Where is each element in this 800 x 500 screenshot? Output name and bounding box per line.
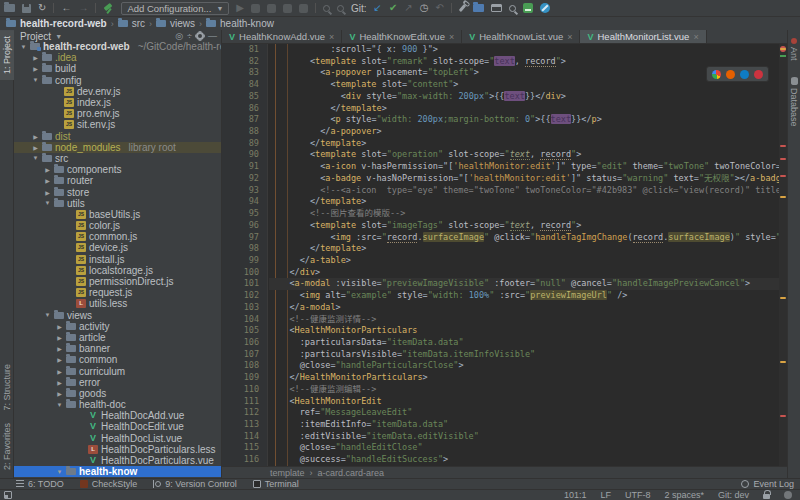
run-icon[interactable]: ▶: [236, 3, 244, 13]
locate-icon[interactable]: ◎: [175, 32, 183, 41]
firefox-icon[interactable]: [726, 70, 735, 79]
tree-item-pro-env-js[interactable]: JSpro.env.js: [14, 108, 221, 119]
tree-item-views[interactable]: ▼views: [14, 310, 221, 321]
tool-version-control[interactable]: 9: Version Control: [153, 479, 237, 489]
synchronize-icon[interactable]: ↻: [38, 3, 46, 13]
git-push-icon[interactable]: ↗: [404, 3, 412, 13]
tree-item-localstorage-js[interactable]: JSlocalstorage.js: [14, 265, 221, 276]
tree-item-device-js[interactable]: JSdevice.js: [14, 242, 221, 253]
tree-item-request-js[interactable]: JSrequest.js: [14, 287, 221, 298]
tree-item-error[interactable]: ▶error: [14, 377, 221, 388]
editor-tab-HealthMonitorList.vue[interactable]: VHealthMonitorList.vue×: [580, 30, 706, 43]
indent-style[interactable]: 2 spaces*: [664, 490, 704, 500]
tree-item-utils[interactable]: ▼utils: [14, 198, 221, 209]
lock-icon[interactable]: [763, 494, 770, 499]
save-all-icon[interactable]: [22, 4, 31, 13]
tree-item-banner[interactable]: ▶banner: [14, 343, 221, 354]
hide-panel-icon[interactable]: —: [208, 32, 217, 41]
run-configuration-select[interactable]: Add Configuration... ▼: [121, 2, 229, 15]
tree-item-build[interactable]: ▶build: [14, 63, 221, 74]
tree-item-HealthDocParticulars-less[interactable]: LHealthDocParticulars.less: [14, 444, 221, 455]
caret-position[interactable]: 101:1: [564, 490, 587, 500]
editor-breadcrumbs[interactable]: template›a-card.card-area: [222, 466, 787, 478]
back-icon[interactable]: ←: [61, 3, 71, 13]
tree-item-HealthDocAdd-vue[interactable]: VHealthDocAdd.vue: [14, 410, 221, 421]
debug-icon[interactable]: [251, 4, 260, 13]
tool-ant[interactable]: Ant: [788, 30, 800, 69]
tree-item--idea[interactable]: ▶.idea: [14, 52, 221, 63]
close-icon[interactable]: ×: [329, 32, 334, 42]
tree-item-components[interactable]: ▶components: [14, 164, 221, 175]
line-separator[interactable]: LF: [600, 490, 611, 500]
close-icon[interactable]: ×: [693, 32, 698, 42]
tool-database[interactable]: Database: [788, 69, 800, 135]
tree-item-curriculum[interactable]: ▶curriculum: [14, 365, 221, 376]
edge-icon[interactable]: [740, 70, 749, 79]
tree-item-router[interactable]: ▶router: [14, 175, 221, 186]
tree-item-HealthDocList-vue[interactable]: VHealthDocList.vue: [14, 433, 221, 444]
tree-item-store[interactable]: ▶store: [14, 186, 221, 197]
project-structure-icon[interactable]: [473, 4, 484, 12]
tree-item-activity[interactable]: ▶activity: [14, 321, 221, 332]
chrome-icon[interactable]: [712, 70, 721, 79]
error-stripe[interactable]: [779, 44, 787, 466]
restore-layout-icon[interactable]: [491, 4, 502, 12]
breadcrumb-item[interactable]: src: [118, 18, 145, 29]
tool-event-log[interactable]: Event Log: [741, 479, 794, 489]
search-everywhere-icon[interactable]: [509, 5, 516, 12]
breadcrumb-item[interactable]: health-record-web: [6, 18, 107, 29]
project-panel-title[interactable]: Project: [20, 31, 51, 42]
stop-icon[interactable]: [299, 4, 308, 13]
tree-item-health-doc[interactable]: ▼health-doc: [14, 399, 221, 410]
editor-tab-HealthKnowEdit.vue[interactable]: VHealthKnowEdit.vue×: [342, 30, 462, 43]
profiler-icon[interactable]: [283, 4, 292, 13]
tree-item-baseUtils-js[interactable]: JSbaseUtils.js: [14, 209, 221, 220]
tool-favorites[interactable]: 2: Favorites: [0, 417, 14, 476]
tool-checkstyle[interactable]: CheckStyle: [80, 479, 138, 489]
tree-item-dev-env-js[interactable]: JSdev.env.js: [14, 86, 221, 97]
collapse-all-icon[interactable]: ÷: [187, 32, 192, 41]
history-icon[interactable]: ◷: [420, 3, 429, 13]
gear-icon[interactable]: [196, 32, 204, 40]
breadcrumb-item[interactable]: health-know: [206, 18, 274, 29]
close-icon[interactable]: ×: [567, 32, 572, 42]
plugin-blue-icon[interactable]: [540, 3, 550, 13]
file-encoding[interactable]: UTF-8: [625, 490, 651, 500]
breadcrumb-item[interactable]: views: [156, 18, 195, 29]
tree-item-permissionDirect-js[interactable]: JSpermissionDirect.js: [14, 276, 221, 287]
tree-item-node_modules[interactable]: ▶node_moduleslibrary root: [14, 142, 221, 153]
highlighting-level-icon[interactable]: [784, 491, 792, 499]
tool-todo[interactable]: 6: TODO: [16, 479, 64, 489]
editor-tab-HealthKnowAdd.vue[interactable]: VHealthKnowAdd.vue×: [222, 30, 342, 43]
editor-tab-HealthKnowList.vue[interactable]: VHealthKnowList.vue×: [462, 30, 580, 43]
tree-item-health-record-web[interactable]: ▼health-record-web~/GitCode/health-recor…: [14, 41, 221, 52]
plugin-green-icon[interactable]: [523, 3, 533, 13]
editor-breadcrumb-item[interactable]: a-card.card-area: [318, 468, 385, 478]
run-coverage-icon[interactable]: [267, 4, 276, 13]
tree-item-src[interactable]: ▼src: [14, 153, 221, 164]
close-icon[interactable]: ×: [449, 32, 454, 42]
git-commit-icon[interactable]: ✔: [389, 3, 397, 13]
replace-dim-icon[interactable]: [337, 5, 344, 12]
project-tree[interactable]: ▼health-record-web~/GitCode/health-recor…: [14, 41, 221, 478]
tool-structure[interactable]: 7: Structure: [0, 358, 14, 417]
tree-item-index-js[interactable]: JSindex.js: [14, 97, 221, 108]
tree-item-sit-env-js[interactable]: JSsit.env.js: [14, 119, 221, 130]
opera-icon[interactable]: [754, 70, 763, 79]
tree-item-HealthDocParticulars-vue[interactable]: VHealthDocParticulars.vue: [14, 455, 221, 466]
tree-item-health-know[interactable]: ▼health-know: [14, 466, 221, 477]
search-dim-icon[interactable]: [323, 5, 330, 12]
git-update-icon[interactable]: ↙: [374, 3, 382, 13]
forward-icon[interactable]: →: [78, 3, 88, 13]
tool-terminal[interactable]: Terminal: [253, 479, 299, 489]
rollback-icon[interactable]: ↶: [435, 3, 443, 13]
tree-item-utils-less[interactable]: Lutils.less: [14, 298, 221, 309]
tree-item-install-js[interactable]: JSinstall.js: [14, 254, 221, 265]
tree-item-config[interactable]: ▼config: [14, 75, 221, 86]
tree-item-HealthDocEdit-vue[interactable]: VHealthDocEdit.vue: [14, 421, 221, 432]
editor-breadcrumb-item[interactable]: template: [270, 468, 305, 478]
tool-project[interactable]: 1: Project: [0, 30, 14, 80]
tree-item-goods[interactable]: ▶goods: [14, 388, 221, 399]
open-project-icon[interactable]: [4, 4, 15, 12]
toolwindow-toggle-icon[interactable]: [4, 491, 12, 499]
